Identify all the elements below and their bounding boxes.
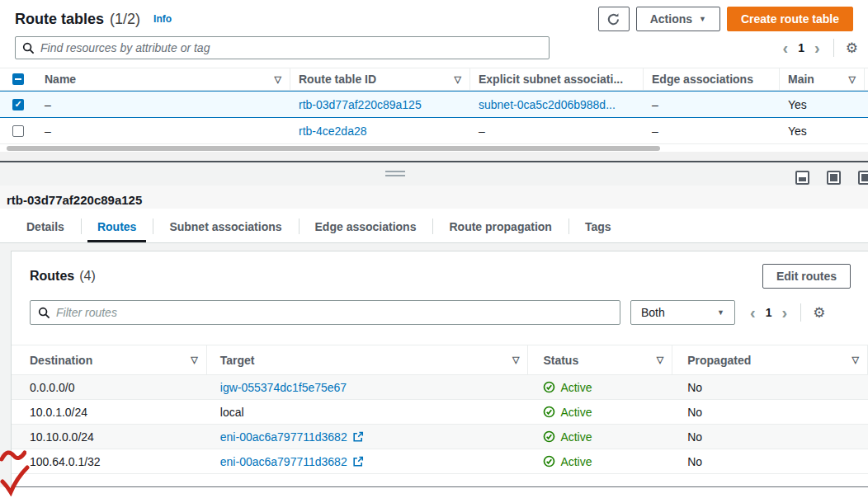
routes-page-number: 1 (766, 306, 772, 319)
target-cell: local (207, 400, 529, 424)
search-row: ‹ 1 › ⚙ (0, 33, 868, 59)
tab-route-propagation[interactable]: Route propagation (432, 210, 568, 242)
detail-panel-title: rtb-03d77af220c89a125 (0, 186, 868, 209)
route-row: 10.0.1.0/24 local Active No (12, 400, 868, 425)
panel-bottom-layout-icon[interactable] (795, 171, 809, 185)
active-check-icon (543, 381, 555, 393)
routes-table: Destination ▽ Target ▽ Status ▽ Propagat… (12, 345, 868, 474)
tab-routes[interactable]: Routes (81, 210, 153, 242)
indeterminate-icon (15, 78, 21, 80)
column-header-propagated[interactable]: Propagated ▽ (672, 345, 868, 374)
destination-cell: 100.64.0.1/32 (12, 449, 207, 473)
subnet-cell: – (470, 118, 644, 143)
info-link[interactable]: Info (153, 13, 172, 25)
split-drag-handle[interactable] (385, 171, 405, 179)
subnet-association-link[interactable]: subnet-0ca5c2d06b988d... (479, 98, 616, 111)
create-route-table-button[interactable]: Create route table (727, 7, 853, 31)
row-checkbox-checked[interactable]: ✓ (12, 99, 24, 110)
caret-down-icon: ▼ (717, 309, 724, 317)
target-link[interactable]: eni-00ac6a797711d3682 (220, 455, 347, 468)
edge-cell: – (644, 92, 780, 117)
divider (800, 303, 801, 322)
status-badge: Active (543, 455, 592, 468)
tab-edge-associations[interactable]: Edge associations (299, 210, 433, 242)
route-table-id-link[interactable]: rtb-4ce2da28 (299, 124, 367, 138)
status-badge: Active (543, 430, 592, 444)
propagated-cell: No (672, 400, 868, 424)
panel-side-layout-icon[interactable] (858, 171, 868, 185)
refresh-button[interactable] (598, 7, 630, 31)
active-check-icon (543, 406, 555, 418)
propagated-cell: No (672, 425, 868, 449)
sort-icon: ▽ (270, 74, 281, 85)
split-panel-strip (0, 162, 868, 186)
routes-card: Routes (4) Edit routes Both ▼ ‹ 1 › (11, 251, 868, 487)
propagated-cell: No (672, 375, 868, 399)
search-icon (38, 307, 50, 319)
target-link[interactable]: igw-055374dc1f5e75e67 (220, 381, 347, 394)
routes-settings-gear-icon[interactable]: ⚙ (813, 306, 825, 320)
active-check-icon (543, 455, 555, 467)
page-title: Route tables (15, 11, 104, 28)
check-icon: ✓ (14, 100, 21, 109)
sort-icon: ▽ (450, 74, 461, 85)
tab-tags[interactable]: Tags (568, 210, 628, 242)
table-row[interactable]: ✓ – rtb-03d77af220c89a125 subnet-0ca5c2d… (0, 91, 868, 118)
status-badge: Active (543, 381, 592, 394)
scrollbar-thumb[interactable] (7, 146, 660, 151)
horizontal-scrollbar (0, 144, 868, 152)
row-checkbox-unchecked[interactable] (12, 125, 24, 137)
sort-icon: ▽ (652, 355, 663, 365)
column-header-destination[interactable]: Destination ▽ (12, 345, 207, 374)
page-prev-button[interactable]: ‹ (781, 40, 790, 56)
column-header-name[interactable]: Name ▽ (36, 68, 290, 90)
detail-tabs: Details Routes Subnet associations Edge … (0, 210, 868, 243)
routes-page-prev-button[interactable]: ‹ (748, 304, 757, 321)
panel-layout-controls (795, 171, 868, 185)
routes-filter[interactable] (30, 300, 620, 325)
search-icon (22, 42, 35, 54)
routes-count: (4) (79, 269, 96, 284)
route-table-id-link[interactable]: rtb-03d77af220c89a125 (299, 98, 422, 111)
panel-full-layout-icon[interactable] (827, 171, 841, 185)
route-tables-table: Name ▽ Route table ID ▽ Explicit subnet … (0, 68, 868, 152)
column-header-explicit-subnet[interactable]: Explicit subnet associati... (470, 68, 644, 90)
table-row[interactable]: – rtb-4ce2da28 – – Yes (0, 118, 868, 144)
main-cell: Yes (780, 118, 865, 143)
tab-details[interactable]: Details (10, 210, 81, 242)
edge-cell: – (644, 118, 780, 143)
divider (833, 39, 834, 57)
name-cell: – (36, 118, 290, 143)
column-header-route-table-id[interactable]: Route table ID ▽ (290, 68, 470, 90)
search-input[interactable] (40, 41, 542, 54)
column-header-status[interactable]: Status ▽ (528, 345, 672, 374)
active-check-icon (543, 430, 555, 443)
page-number: 1 (798, 41, 804, 54)
column-header-main[interactable]: Main ▽ (780, 68, 865, 90)
tab-subnet-associations[interactable]: Subnet associations (153, 210, 298, 242)
detail-content: Routes (4) Edit routes Both ▼ ‹ 1 › (0, 243, 868, 487)
select-all-checkbox[interactable] (12, 73, 24, 85)
column-header-edge-associations[interactable]: Edge associations (644, 68, 780, 90)
external-link-icon (352, 431, 364, 443)
destination-cell: 0.0.0.0/0 (12, 375, 207, 399)
routes-header-row: Destination ▽ Target ▽ Status ▽ Propagat… (12, 345, 868, 375)
column-header-target[interactable]: Target ▽ (207, 345, 529, 374)
settings-gear-icon[interactable]: ⚙ (846, 41, 858, 55)
name-cell: – (36, 92, 290, 117)
page-next-button[interactable]: › (813, 40, 822, 56)
actions-button[interactable]: Actions ▼ (636, 7, 720, 31)
route-row: 0.0.0.0/0 igw-055374dc1f5e75e67 Active N… (12, 375, 868, 400)
routes-title: Routes (30, 269, 74, 284)
edit-routes-button[interactable]: Edit routes (762, 264, 851, 289)
resource-search[interactable] (15, 36, 550, 59)
main-cell: Yes (780, 92, 865, 117)
target-link[interactable]: eni-00ac6a797711d3682 (220, 430, 347, 444)
select-all-cell (0, 68, 36, 90)
route-row: 10.10.0.0/24 eni-00ac6a797711d3682 Activ… (12, 425, 868, 449)
status-badge: Active (543, 406, 592, 419)
panel-divider (0, 152, 868, 162)
scope-select[interactable]: Both ▼ (630, 300, 735, 325)
routes-filter-input[interactable] (56, 306, 612, 319)
routes-page-next-button[interactable]: › (780, 304, 789, 321)
